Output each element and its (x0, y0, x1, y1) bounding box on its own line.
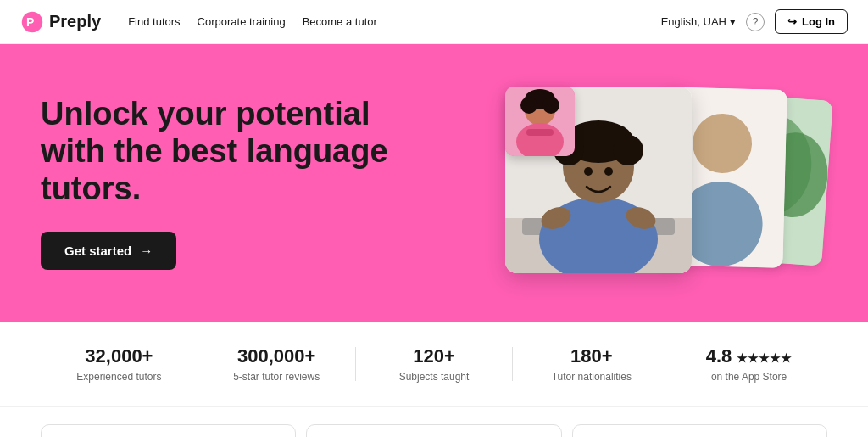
stat-experienced-number: 32,000+ (41, 345, 198, 367)
hero-title: Unlock your potential with the best lang… (41, 96, 397, 207)
svg-point-18 (584, 167, 593, 176)
stat-reviews-label: 5-star tutor reviews (198, 371, 355, 383)
corporate-training-link[interactable]: Corporate training (198, 15, 286, 28)
svg-point-27 (542, 97, 559, 114)
stat-appstore-label: on the App Store (670, 371, 827, 383)
tutor-card-spanish[interactable]: 🏟 Spanish tutors 7,361 teachers › (306, 424, 561, 437)
svg-point-19 (604, 167, 613, 176)
stat-appstore-number: 4.8 ★★★★★ (670, 345, 827, 367)
svg-rect-28 (526, 129, 554, 136)
tutors-section: 🏛 English tutors 21,204 teachers › 🏟 Spa… (0, 407, 868, 437)
become-tutor-link[interactable]: Become a tutor (303, 15, 377, 28)
stat-reviews-number: 300,000+ (198, 345, 355, 367)
stat-nationalities: 180+ Tutor nationalities (513, 345, 670, 383)
login-label: Log In (802, 15, 835, 28)
login-button[interactable]: ↪ Log In (775, 9, 848, 34)
help-button[interactable]: ? (746, 13, 765, 31)
get-started-button[interactable]: Get started → (41, 232, 176, 270)
stat-reviews: 300,000+ 5-star tutor reviews (198, 345, 355, 383)
tutor-card-english[interactable]: 🏛 English tutors 21,204 teachers › (41, 424, 296, 437)
find-tutors-link[interactable]: Find tutors (128, 15, 180, 28)
logo[interactable]: P Preply (20, 10, 101, 34)
tutors-grid: 🏛 English tutors 21,204 teachers › 🏟 Spa… (41, 424, 827, 437)
hero-card-overlay (505, 87, 575, 156)
chevron-down-icon: ▾ (730, 15, 736, 28)
svg-point-26 (520, 97, 537, 114)
svg-point-17 (613, 135, 643, 165)
language-selector[interactable]: English, UAH ▾ (661, 15, 736, 28)
logo-text: Preply (49, 12, 101, 31)
arrow-right-icon: → (140, 244, 153, 258)
hero-images (488, 71, 827, 294)
svg-text:P: P (26, 15, 34, 29)
login-icon: ↪ (787, 15, 797, 28)
stat-subjects: 120+ Subjects taught (356, 345, 513, 383)
stats-bar: 32,000+ Experienced tutors 300,000+ 5-st… (0, 322, 868, 407)
nav-links: Find tutors Corporate training Become a … (128, 15, 377, 28)
hero-section: Unlock your potential with the best lang… (0, 44, 868, 322)
question-icon: ? (753, 16, 759, 28)
tutor-card-french[interactable]: 🗼 French tutors 2,592 teachers › (572, 424, 827, 437)
stat-subjects-number: 120+ (356, 345, 513, 367)
star-icons: ★★★★★ (737, 351, 792, 365)
stat-subjects-label: Subjects taught (356, 371, 513, 383)
language-label: English, UAH (661, 15, 726, 28)
hero-content: Unlock your potential with the best lang… (41, 96, 488, 269)
stat-nationalities-number: 180+ (513, 345, 670, 367)
stat-appstore: 4.8 ★★★★★ on the App Store (670, 345, 827, 383)
stat-experienced-tutors: 32,000+ Experienced tutors (41, 345, 198, 383)
get-started-label: Get started (64, 244, 131, 258)
navbar: P Preply Find tutors Corporate training … (0, 0, 868, 44)
stat-experienced-label: Experienced tutors (41, 371, 198, 383)
nav-right: English, UAH ▾ ? ↪ Log In (661, 9, 848, 34)
stat-nationalities-label: Tutor nationalities (513, 371, 670, 383)
